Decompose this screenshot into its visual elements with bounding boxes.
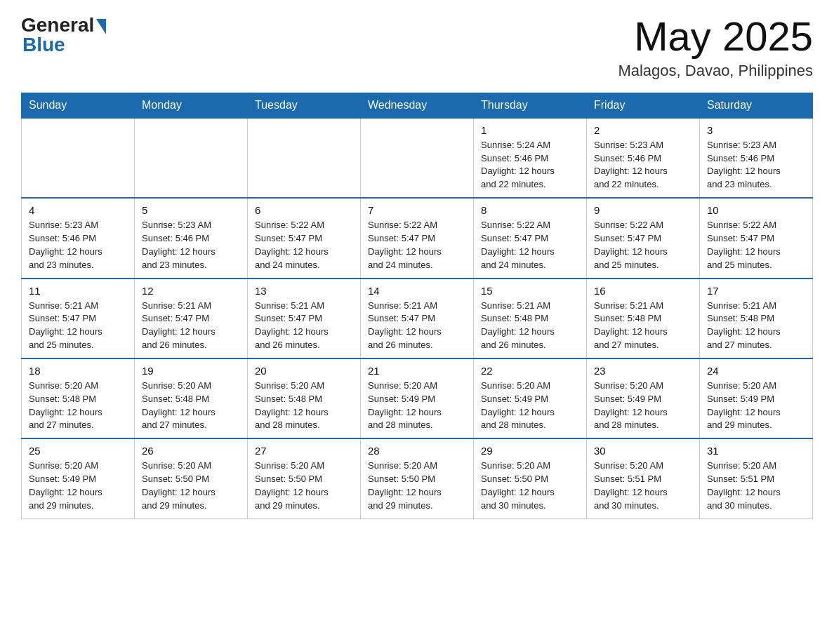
day-info: Sunrise: 5:21 AMSunset: 5:47 PMDaylight:… (368, 300, 466, 352)
day-number: 28 (368, 445, 466, 457)
day-info: Sunrise: 5:20 AMSunset: 5:49 PMDaylight:… (368, 380, 466, 432)
weekday-header-sunday: Sunday (22, 93, 135, 118)
location-title: Malagos, Davao, Philippines (618, 62, 813, 80)
day-info: Sunrise: 5:22 AMSunset: 5:47 PMDaylight:… (255, 219, 353, 271)
day-info: Sunrise: 5:23 AMSunset: 5:46 PMDaylight:… (707, 139, 805, 192)
calendar-cell (248, 118, 361, 198)
day-info: Sunrise: 5:20 AMSunset: 5:50 PMDaylight:… (368, 459, 466, 512)
day-number: 7 (368, 204, 466, 216)
day-number: 30 (594, 445, 692, 457)
day-info: Sunrise: 5:20 AMSunset: 5:49 PMDaylight:… (707, 380, 805, 432)
day-number: 29 (481, 445, 579, 457)
weekday-header-row: SundayMondayTuesdayWednesdayThursdayFrid… (22, 93, 813, 118)
calendar-cell (22, 118, 135, 198)
day-info: Sunrise: 5:21 AMSunset: 5:48 PMDaylight:… (594, 300, 692, 352)
calendar-cell: 27Sunrise: 5:20 AMSunset: 5:50 PMDayligh… (248, 438, 361, 518)
calendar-cell: 10Sunrise: 5:22 AMSunset: 5:47 PMDayligh… (700, 198, 813, 278)
day-info: Sunrise: 5:22 AMSunset: 5:47 PMDaylight:… (481, 219, 579, 271)
day-number: 20 (255, 365, 353, 377)
day-info: Sunrise: 5:21 AMSunset: 5:47 PMDaylight:… (29, 300, 127, 352)
weekday-header-thursday: Thursday (474, 93, 587, 118)
day-number: 31 (707, 445, 805, 457)
calendar-cell: 17Sunrise: 5:21 AMSunset: 5:48 PMDayligh… (700, 279, 813, 358)
day-number: 6 (255, 204, 353, 216)
calendar-cell: 6Sunrise: 5:22 AMSunset: 5:47 PMDaylight… (248, 198, 361, 278)
week-row-5: 25Sunrise: 5:20 AMSunset: 5:49 PMDayligh… (22, 438, 813, 518)
day-info: Sunrise: 5:20 AMSunset: 5:48 PMDaylight:… (29, 380, 127, 432)
day-info: Sunrise: 5:20 AMSunset: 5:49 PMDaylight:… (29, 459, 127, 512)
calendar-cell: 20Sunrise: 5:20 AMSunset: 5:48 PMDayligh… (248, 358, 361, 438)
calendar-cell: 21Sunrise: 5:20 AMSunset: 5:49 PMDayligh… (361, 358, 474, 438)
day-number: 13 (255, 285, 353, 297)
day-info: Sunrise: 5:20 AMSunset: 5:49 PMDaylight:… (594, 380, 692, 432)
title-area: May 2025 Malagos, Davao, Philippines (618, 14, 813, 80)
day-number: 21 (368, 365, 466, 377)
calendar-cell: 12Sunrise: 5:21 AMSunset: 5:47 PMDayligh… (135, 279, 248, 358)
calendar-cell: 4Sunrise: 5:23 AMSunset: 5:46 PMDaylight… (22, 198, 135, 278)
day-number: 24 (707, 365, 805, 377)
day-number: 4 (29, 204, 127, 216)
calendar-table: SundayMondayTuesdayWednesdayThursdayFrid… (21, 93, 813, 519)
day-info: Sunrise: 5:20 AMSunset: 5:49 PMDaylight:… (481, 380, 579, 432)
calendar-cell: 14Sunrise: 5:21 AMSunset: 5:47 PMDayligh… (361, 279, 474, 358)
calendar-cell: 7Sunrise: 5:22 AMSunset: 5:47 PMDaylight… (361, 198, 474, 278)
day-info: Sunrise: 5:20 AMSunset: 5:50 PMDaylight:… (481, 459, 579, 512)
weekday-header-wednesday: Wednesday (361, 93, 474, 118)
logo-triangle-icon (96, 19, 106, 34)
calendar-cell: 9Sunrise: 5:22 AMSunset: 5:47 PMDaylight… (587, 198, 700, 278)
day-number: 26 (142, 445, 240, 457)
day-number: 12 (142, 285, 240, 297)
calendar-cell: 11Sunrise: 5:21 AMSunset: 5:47 PMDayligh… (22, 279, 135, 358)
calendar-cell: 28Sunrise: 5:20 AMSunset: 5:50 PMDayligh… (361, 438, 474, 518)
logo: General Blue (21, 14, 106, 56)
day-info: Sunrise: 5:23 AMSunset: 5:46 PMDaylight:… (594, 139, 692, 192)
day-number: 2 (594, 124, 692, 136)
week-row-3: 11Sunrise: 5:21 AMSunset: 5:47 PMDayligh… (22, 279, 813, 358)
page-header: General Blue May 2025 Malagos, Davao, Ph… (21, 14, 813, 80)
weekday-header-saturday: Saturday (700, 93, 813, 118)
logo-blue-text: Blue (22, 34, 65, 56)
calendar-cell: 1Sunrise: 5:24 AMSunset: 5:46 PMDaylight… (474, 118, 587, 198)
day-number: 15 (481, 285, 579, 297)
weekday-header-tuesday: Tuesday (248, 93, 361, 118)
day-number: 3 (707, 124, 805, 136)
day-number: 8 (481, 204, 579, 216)
calendar-cell: 31Sunrise: 5:20 AMSunset: 5:51 PMDayligh… (700, 438, 813, 518)
day-info: Sunrise: 5:23 AMSunset: 5:46 PMDaylight:… (142, 219, 240, 271)
day-info: Sunrise: 5:24 AMSunset: 5:46 PMDaylight:… (481, 139, 579, 192)
week-row-4: 18Sunrise: 5:20 AMSunset: 5:48 PMDayligh… (22, 358, 813, 438)
calendar-cell: 3Sunrise: 5:23 AMSunset: 5:46 PMDaylight… (700, 118, 813, 198)
calendar-cell: 13Sunrise: 5:21 AMSunset: 5:47 PMDayligh… (248, 279, 361, 358)
day-number: 23 (594, 365, 692, 377)
day-info: Sunrise: 5:20 AMSunset: 5:48 PMDaylight:… (255, 380, 353, 432)
weekday-header-monday: Monday (135, 93, 248, 118)
day-info: Sunrise: 5:20 AMSunset: 5:51 PMDaylight:… (594, 459, 692, 512)
calendar-cell: 15Sunrise: 5:21 AMSunset: 5:48 PMDayligh… (474, 279, 587, 358)
day-info: Sunrise: 5:22 AMSunset: 5:47 PMDaylight:… (594, 219, 692, 271)
day-number: 10 (707, 204, 805, 216)
day-number: 11 (29, 285, 127, 297)
day-info: Sunrise: 5:22 AMSunset: 5:47 PMDaylight:… (707, 219, 805, 271)
day-number: 16 (594, 285, 692, 297)
day-number: 18 (29, 365, 127, 377)
calendar-cell: 24Sunrise: 5:20 AMSunset: 5:49 PMDayligh… (700, 358, 813, 438)
day-info: Sunrise: 5:21 AMSunset: 5:47 PMDaylight:… (142, 300, 240, 352)
calendar-cell: 18Sunrise: 5:20 AMSunset: 5:48 PMDayligh… (22, 358, 135, 438)
calendar-cell: 19Sunrise: 5:20 AMSunset: 5:48 PMDayligh… (135, 358, 248, 438)
day-info: Sunrise: 5:21 AMSunset: 5:48 PMDaylight:… (481, 300, 579, 352)
calendar-cell: 23Sunrise: 5:20 AMSunset: 5:49 PMDayligh… (587, 358, 700, 438)
day-number: 22 (481, 365, 579, 377)
day-info: Sunrise: 5:20 AMSunset: 5:51 PMDaylight:… (707, 459, 805, 512)
day-info: Sunrise: 5:20 AMSunset: 5:48 PMDaylight:… (142, 380, 240, 432)
calendar-cell: 26Sunrise: 5:20 AMSunset: 5:50 PMDayligh… (135, 438, 248, 518)
calendar-cell (135, 118, 248, 198)
weekday-header-friday: Friday (587, 93, 700, 118)
calendar-cell (361, 118, 474, 198)
day-info: Sunrise: 5:22 AMSunset: 5:47 PMDaylight:… (368, 219, 466, 271)
calendar-cell: 30Sunrise: 5:20 AMSunset: 5:51 PMDayligh… (587, 438, 700, 518)
day-number: 1 (481, 124, 579, 136)
day-number: 5 (142, 204, 240, 216)
calendar-cell: 16Sunrise: 5:21 AMSunset: 5:48 PMDayligh… (587, 279, 700, 358)
day-number: 25 (29, 445, 127, 457)
calendar-cell: 25Sunrise: 5:20 AMSunset: 5:49 PMDayligh… (22, 438, 135, 518)
